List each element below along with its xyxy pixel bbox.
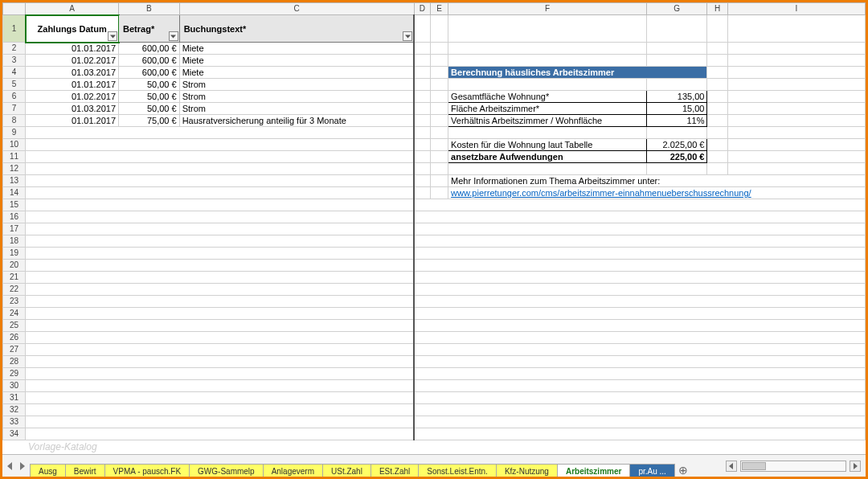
row-number[interactable]: 28 (3, 356, 26, 368)
col-heading-h[interactable]: H (707, 3, 727, 15)
cell[interactable] (727, 163, 865, 175)
cell-text[interactable]: Miete (179, 67, 414, 79)
cell[interactable] (414, 356, 865, 368)
table-row[interactable]: 601.02.201750,00 €StromGesamtfläche Wohn… (3, 91, 866, 103)
cell[interactable] (646, 163, 707, 175)
cell[interactable] (430, 187, 448, 199)
row-number[interactable]: 26 (3, 332, 26, 344)
table-row[interactable]: 23 (3, 296, 866, 308)
row-number[interactable]: 33 (3, 416, 26, 428)
row-number[interactable]: 16 (3, 211, 26, 223)
col-heading-a[interactable]: A (26, 3, 119, 15)
cell[interactable] (26, 356, 415, 368)
table-row[interactable]: 13Mehr Informationen zum Thema Arbeitszi… (3, 175, 866, 187)
cell[interactable] (430, 115, 448, 127)
cell[interactable] (26, 187, 415, 199)
calc-label[interactable]: Gesamtfläche Wohnung* (448, 91, 647, 103)
cell[interactable] (727, 151, 865, 163)
row-number[interactable]: 34 (3, 428, 26, 440)
calc-value[interactable]: 11% (646, 115, 707, 127)
cell[interactable] (26, 368, 415, 380)
row-number[interactable]: 24 (3, 308, 26, 320)
table-row[interactable]: 12 (3, 163, 866, 175)
cell[interactable] (414, 404, 865, 416)
cell[interactable] (727, 103, 865, 115)
cell[interactable] (727, 115, 865, 127)
row-number[interactable]: 2 (3, 43, 26, 55)
col-heading-g[interactable]: G (646, 3, 707, 15)
tab-gwg[interactable]: GWG-Sammelp (189, 464, 264, 477)
row-number[interactable]: 8 (3, 115, 26, 127)
row-number[interactable]: 25 (3, 320, 26, 332)
cell[interactable] (430, 163, 448, 175)
cell[interactable] (727, 79, 865, 91)
table-row[interactable]: 32 (3, 404, 866, 416)
cell[interactable] (414, 91, 430, 103)
cell-text[interactable]: Strom (179, 91, 414, 103)
table-row[interactable]: 15 (3, 199, 866, 211)
cell[interactable] (414, 308, 865, 320)
tab-estzahl[interactable]: ESt.Zahl (371, 464, 419, 477)
cell[interactable] (727, 139, 865, 151)
hscroll-thumb[interactable] (742, 462, 766, 470)
cell[interactable] (26, 332, 415, 344)
cell[interactable] (646, 79, 707, 91)
row-number[interactable]: 15 (3, 199, 26, 211)
filter-button-date[interactable] (108, 31, 117, 41)
col-heading-e[interactable]: E (430, 3, 448, 15)
cell[interactable] (727, 55, 865, 67)
row-number[interactable]: 6 (3, 91, 26, 103)
cell-text[interactable]: Strom (179, 79, 414, 91)
row-number[interactable]: 13 (3, 175, 26, 187)
table-row[interactable]: 14www.pierretunger.com/cms/arbeitszimmer… (3, 187, 866, 199)
cell[interactable] (414, 428, 865, 440)
row-number[interactable]: 22 (3, 284, 26, 296)
cell[interactable] (414, 187, 430, 199)
cell[interactable] (414, 151, 430, 163)
cell[interactable] (26, 320, 415, 332)
cell[interactable] (414, 43, 430, 55)
cell[interactable] (26, 248, 415, 260)
row-number[interactable]: 14 (3, 187, 26, 199)
table-row[interactable]: 21 (3, 272, 866, 284)
table-row[interactable]: 27 (3, 344, 866, 356)
row-number[interactable]: 12 (3, 163, 26, 175)
cell[interactable] (414, 67, 430, 79)
cell-text[interactable]: Strom (179, 103, 414, 115)
cell[interactable] (727, 127, 865, 139)
cell[interactable] (414, 272, 865, 284)
tab-kfz[interactable]: Kfz-Nutzung (496, 464, 558, 477)
cell[interactable] (707, 151, 727, 163)
cell[interactable] (414, 175, 430, 187)
calc-value[interactable]: 135,00 (646, 91, 707, 103)
table-row[interactable]: 28 (3, 356, 866, 368)
row-number[interactable]: 1 (3, 15, 26, 43)
cell[interactable] (26, 223, 415, 235)
row-number[interactable]: 21 (3, 272, 26, 284)
table-row[interactable]: 24 (3, 308, 866, 320)
table-row[interactable]: 31 (3, 392, 866, 404)
filter-button-amount[interactable] (169, 31, 178, 41)
cell[interactable] (26, 296, 415, 308)
row-number[interactable]: 32 (3, 404, 26, 416)
cell[interactable] (26, 139, 415, 151)
cell[interactable] (707, 103, 727, 115)
cell[interactable] (430, 175, 448, 187)
cell[interactable] (448, 127, 647, 139)
cell[interactable] (26, 260, 415, 272)
tab-sonst[interactable]: Sonst.Leist.Entn. (418, 464, 497, 477)
tab-nav-next-icon[interactable] (17, 461, 27, 471)
filter-button-text[interactable] (403, 31, 412, 41)
row-number[interactable]: 7 (3, 103, 26, 115)
cell[interactable] (414, 127, 430, 139)
cell[interactable] (646, 127, 707, 139)
table-row[interactable]: 34 (3, 428, 866, 440)
cell-date[interactable]: 01.03.2017 (26, 67, 119, 79)
row-number[interactable]: 27 (3, 344, 26, 356)
cell[interactable] (414, 163, 430, 175)
row-number[interactable]: 10 (3, 139, 26, 151)
cell[interactable] (26, 284, 415, 296)
cell[interactable] (414, 223, 865, 235)
cell[interactable] (414, 139, 430, 151)
spreadsheet-grid[interactable]: A B C D E F G H I 1 Zahlungs Datum Betra… (2, 2, 866, 440)
